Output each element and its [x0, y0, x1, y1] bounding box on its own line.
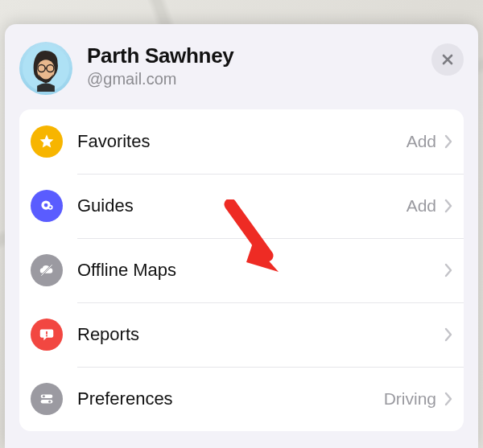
svg-point-6: [44, 203, 48, 208]
chevron-right-icon: [444, 199, 452, 213]
preferences-value: Driving: [384, 389, 436, 409]
menu-item-guides[interactable]: Guides Add: [19, 174, 464, 238]
svg-point-14: [43, 395, 45, 397]
pin-group-icon: [31, 190, 63, 222]
svg-point-16: [48, 401, 51, 403]
star-icon: [31, 125, 63, 158]
close-button[interactable]: [431, 43, 464, 76]
menu-item-reports[interactable]: Reports: [19, 302, 464, 367]
profile-sheet: Parth Sawhney @gmail.com Favorites Add: [5, 24, 478, 448]
user-email-domain: @gmail.com: [87, 70, 176, 88]
guides-action[interactable]: Add: [407, 196, 436, 216]
offline-maps-label: Offline Maps: [77, 260, 444, 281]
user-name: Parth Sawhney: [87, 43, 417, 68]
sheet-header: Parth Sawhney @gmail.com: [19, 42, 464, 95]
memoji-avatar-icon: [23, 45, 69, 92]
favorites-label: Favorites: [77, 131, 407, 152]
chevron-right-icon: [444, 263, 452, 277]
menu-item-offline-maps[interactable]: Offline Maps: [19, 238, 464, 302]
svg-rect-11: [46, 331, 47, 335]
svg-point-8: [49, 207, 52, 209]
chevron-right-icon: [444, 327, 452, 342]
toggles-icon: [31, 383, 63, 415]
menu-item-favorites[interactable]: Favorites Add: [19, 109, 464, 174]
reports-label: Reports: [77, 324, 444, 345]
cloud-slash-icon: [31, 254, 63, 286]
chevron-right-icon: [444, 392, 452, 406]
user-info: Parth Sawhney @gmail.com: [87, 42, 417, 88]
svg-point-12: [46, 335, 47, 336]
guides-label: Guides: [77, 195, 407, 216]
avatar[interactable]: [19, 42, 72, 95]
speech-alert-icon: [31, 319, 63, 351]
menu-card: Favorites Add Guides Add: [19, 109, 464, 431]
close-icon: [441, 53, 454, 66]
favorites-action[interactable]: Add: [407, 132, 436, 151]
preferences-label: Preferences: [77, 388, 384, 409]
chevron-right-icon: [444, 134, 452, 149]
menu-item-preferences[interactable]: Preferences Driving: [19, 367, 464, 431]
user-email: @gmail.com: [87, 70, 417, 88]
